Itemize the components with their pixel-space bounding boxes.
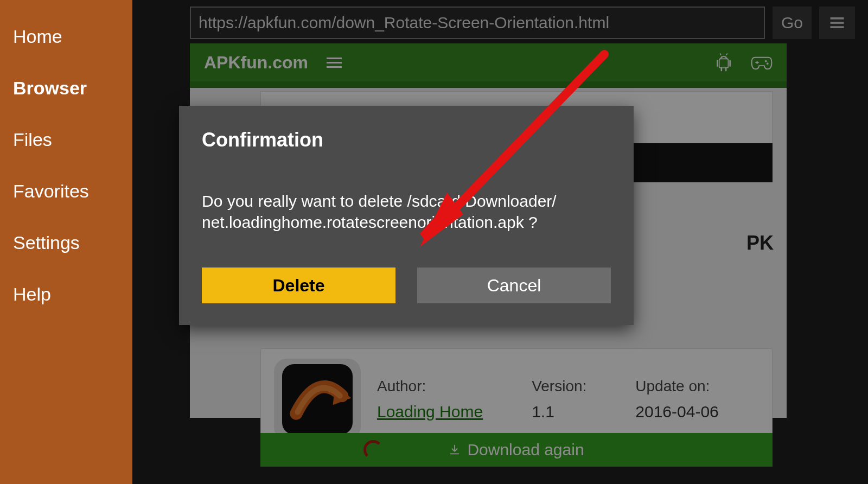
sidebar-item-browser[interactable]: Browser bbox=[0, 62, 132, 114]
sidebar: Home Browser Files Favorites Settings He… bbox=[0, 0, 132, 484]
cancel-button[interactable]: Cancel bbox=[417, 268, 611, 303]
sidebar-item-files[interactable]: Files bbox=[0, 114, 132, 165]
sidebar-item-home[interactable]: Home bbox=[0, 11, 132, 62]
dialog-message: Do you really want to delete /sdcard/Dow… bbox=[202, 190, 611, 233]
sidebar-item-help[interactable]: Help bbox=[0, 269, 132, 320]
main-area: https://apkfun.com/down_Rotate-Screen-Or… bbox=[132, 0, 868, 484]
sidebar-item-favorites[interactable]: Favorites bbox=[0, 165, 132, 217]
dialog-title: Confirmation bbox=[202, 129, 611, 151]
delete-button[interactable]: Delete bbox=[202, 268, 395, 303]
confirmation-dialog: Confirmation Do you really want to delet… bbox=[179, 106, 634, 325]
sidebar-item-settings[interactable]: Settings bbox=[0, 217, 132, 269]
